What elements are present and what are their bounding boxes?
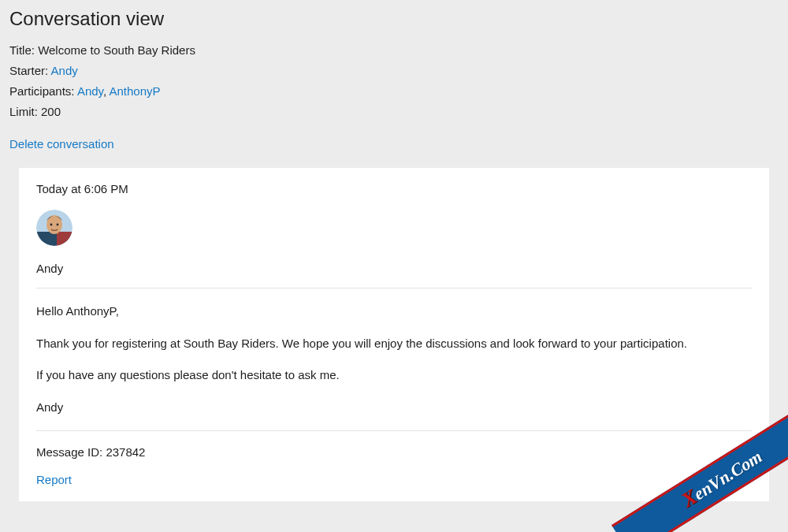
message-card: Today at 6:06 PM Andy [19, 168, 769, 501]
meta-participants-label: Participants: [9, 84, 75, 98]
meta-limit-row: Limit: 200 [9, 102, 779, 121]
page-title: Conversation view [9, 8, 779, 30]
separator [36, 288, 752, 288]
separator [36, 430, 752, 431]
conversation-meta: Title: Welcome to South Bay Riders Start… [9, 41, 779, 121]
message-author: Andy [36, 262, 752, 275]
meta-limit-value: 200 [41, 105, 61, 118]
meta-title-label: Title: [9, 43, 35, 57]
starter-user-link[interactable]: Andy [51, 64, 78, 77]
message-paragraph: If you have any questions please don't h… [36, 366, 752, 385]
svg-point-6 [57, 224, 59, 226]
svg-rect-3 [57, 232, 72, 246]
participant-link-0[interactable]: Andy [77, 84, 103, 98]
meta-title-row: Title: Welcome to South Bay Riders [9, 41, 779, 60]
svg-point-5 [50, 224, 53, 226]
message-id-value: 237842 [106, 445, 145, 459]
message-timestamp: Today at 6:06 PM [36, 182, 752, 195]
message-body: Hello AnthonyP, Thank you for registerin… [36, 303, 752, 416]
meta-starter-label: Starter: [9, 64, 48, 77]
meta-starter-row: Starter: Andy [9, 61, 779, 80]
report-link[interactable]: Report [36, 473, 72, 486]
avatar[interactable] [36, 210, 72, 246]
avatar-image [36, 210, 72, 246]
participant-link-1[interactable]: AnthonyP [109, 84, 160, 98]
message-paragraph: Andy [36, 399, 752, 417]
message-id-label: Message ID: [36, 445, 102, 459]
meta-participants-row: Participants: Andy, AnthonyP [9, 82, 779, 101]
delete-conversation-link[interactable]: Delete conversation [9, 137, 114, 151]
meta-title-value: Welcome to South Bay Riders [38, 43, 195, 57]
meta-limit-label: Limit: [9, 105, 38, 118]
message-paragraph: Hello AnthonyP, [36, 303, 752, 321]
message-id-row: Message ID: 237842 [36, 445, 752, 459]
message-paragraph: Thank you for registering at South Bay R… [36, 335, 752, 353]
